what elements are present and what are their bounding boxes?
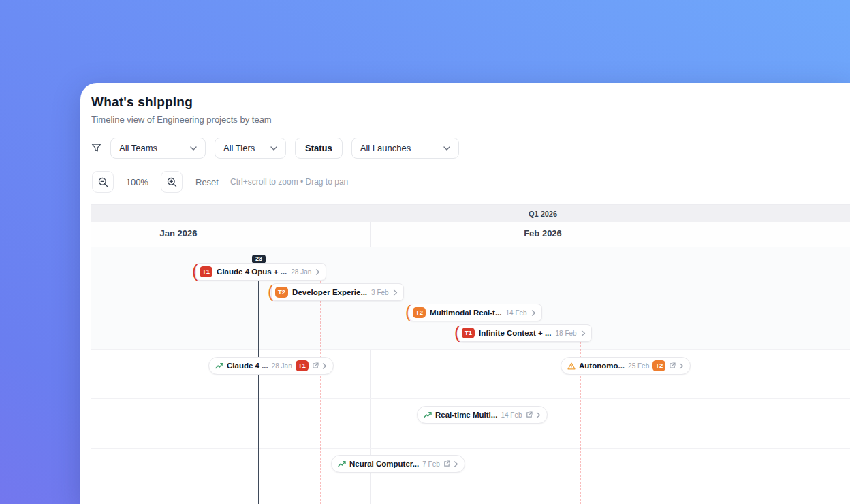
launch-card-neural-computer[interactable]: Neural Computer... 7 Feb (331, 455, 465, 473)
external-link-icon (443, 460, 450, 467)
lane-separator (91, 349, 850, 350)
tiers-filter-value: All Tiers (223, 143, 255, 153)
project-date: 28 Jan (291, 268, 311, 276)
launch-date: 14 Feb (501, 411, 522, 419)
lane-separator (91, 448, 850, 449)
chevron-right-icon (531, 310, 536, 316)
external-link-icon (669, 362, 676, 369)
status-filter-button[interactable]: Status (295, 138, 343, 159)
trend-up-icon (215, 362, 223, 369)
project-date: 18 Feb (555, 330, 576, 337)
project-card-multimodal-realtime[interactable]: ( T2 Multimodal Real-t... 14 Feb (409, 304, 542, 321)
launch-title: Neural Computer... (349, 460, 419, 468)
quarter-header-bar: Q1 2026 (91, 204, 850, 222)
project-title: Infinite Context + ... (479, 329, 551, 337)
launch-title: Autonomo... (579, 362, 625, 370)
quarter-label: Q1 2026 (529, 210, 557, 218)
lane-separator (91, 398, 850, 399)
launch-card-autonomous[interactable]: Autonomo... 25 Feb T2 (561, 357, 691, 375)
zoom-in-icon (167, 177, 177, 187)
warning-triangle-icon (567, 362, 576, 370)
launches-filter-value: All Launches (360, 143, 411, 153)
launch-date: 7 Feb (422, 460, 440, 468)
chevron-right-icon (393, 289, 398, 296)
launches-filter-dropdown[interactable]: All Launches (351, 138, 459, 159)
chevron-right-icon (454, 461, 458, 467)
launch-date: 25 Feb (628, 362, 649, 370)
tier-badge: T1 (462, 328, 475, 338)
filter-funnel-icon (91, 143, 101, 153)
whats-shipping-panel: What's shipping Timeline view of Enginee… (80, 83, 850, 504)
project-card-infinite-context[interactable]: ( T1 Infinite Context + ... 18 Feb (458, 324, 592, 342)
project-title: Developer Experie... (292, 288, 367, 296)
tier-bracket-icon: ( (454, 324, 460, 341)
external-link-icon (312, 362, 319, 369)
launch-card-realtime-multimodal[interactable]: Real-time Multi... 14 Feb (417, 406, 548, 424)
chevron-right-icon (679, 363, 684, 369)
zoom-out-button[interactable] (92, 171, 114, 193)
month-header-row: Jan 2026 Feb 2026 (91, 222, 850, 247)
today-marker-line (258, 262, 259, 504)
filter-bar: All Teams All Tiers Status All Launches (91, 138, 459, 159)
chevron-right-icon (536, 412, 541, 418)
chevron-right-icon (581, 330, 586, 336)
tiers-filter-dropdown[interactable]: All Tiers (215, 138, 286, 159)
chevron-down-icon (270, 146, 277, 151)
tier-badge: T1 (200, 266, 212, 277)
tier-bracket-icon: ( (405, 304, 411, 321)
tier-badge: T2 (652, 360, 665, 371)
tier-badge: T2 (413, 307, 426, 318)
tier-bracket-icon: ( (268, 283, 273, 300)
month-label-feb: Feb 2026 (524, 228, 562, 238)
zoom-out-icon (98, 177, 108, 187)
tier-badge: T1 (296, 360, 309, 371)
lane-separator (91, 501, 850, 501)
chevron-down-icon (190, 146, 197, 151)
page-title: What's shipping (91, 95, 850, 110)
zoom-reset-button[interactable]: Reset (195, 177, 219, 187)
chevron-right-icon (322, 363, 327, 369)
trend-up-icon (424, 411, 432, 418)
zoom-in-button[interactable] (161, 171, 183, 193)
trend-up-icon (338, 460, 346, 467)
month-label-jan: Jan 2026 (160, 228, 198, 238)
tier-bracket-icon: ( (192, 263, 198, 280)
launch-title: Claude 4 ... (227, 362, 268, 370)
project-date: 3 Feb (371, 289, 389, 296)
project-title: Multimodal Real-t... (430, 309, 501, 317)
timeline-canvas[interactable]: Q1 2026 Jan 2026 Feb 2026 23 ( T1 Claude… (91, 204, 850, 504)
external-link-icon (526, 411, 533, 418)
chevron-right-icon (315, 269, 320, 275)
page-subtitle: Timeline view of Engineering projects by… (91, 114, 850, 125)
launch-title: Real-time Multi... (435, 411, 497, 419)
project-title: Claude 4 Opus + ... (217, 268, 287, 276)
project-date: 14 Feb (506, 309, 527, 317)
deadline-dashed-line (320, 281, 321, 504)
chevron-down-icon (443, 146, 450, 151)
zoom-toolbar: 100% Reset Ctrl+scroll to zoom • Drag to… (92, 171, 348, 193)
launch-card-claude-4[interactable]: Claude 4 ... 28 Jan T1 (208, 357, 334, 375)
tier-badge: T2 (275, 287, 288, 298)
project-card-claude-4-opus[interactable]: ( T1 Claude 4 Opus + ... 28 Jan (195, 263, 326, 281)
teams-filter-value: All Teams (119, 143, 157, 153)
launch-date: 28 Jan (272, 362, 292, 370)
teams-filter-dropdown[interactable]: All Teams (110, 138, 206, 159)
project-card-developer-experience[interactable]: ( T2 Developer Experie... 3 Feb (271, 283, 404, 301)
zoom-level: 100% (114, 177, 161, 187)
zoom-hint-text: Ctrl+scroll to zoom • Drag to pan (230, 177, 348, 187)
